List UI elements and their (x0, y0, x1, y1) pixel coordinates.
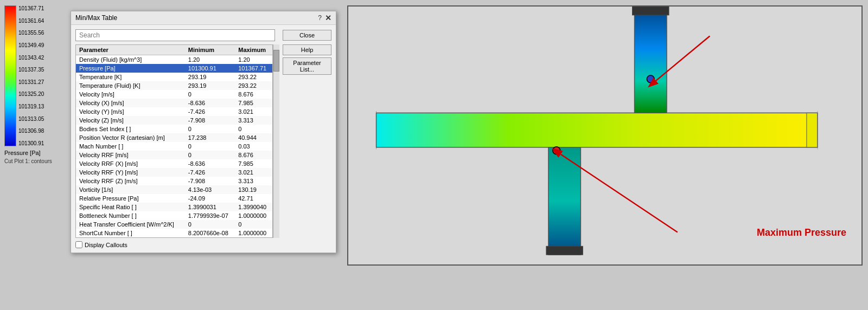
table-row[interactable]: Velocity RRF [m/s]08.676 (76, 151, 272, 159)
cell-param: Heat Transfer Coefficient [W/m^2/K] (76, 220, 185, 229)
dialog-title: Min/Max Table (75, 14, 117, 22)
cell-param: Position Vector R (cartesian) [m] (76, 133, 185, 142)
display-callouts-row: Display Callouts (75, 241, 331, 248)
legend-value: 101361.64 (18, 18, 44, 24)
legend-value: 101306.98 (18, 128, 44, 134)
annotation-maximum: Maximum Pressure (757, 227, 846, 238)
svg-rect-6 (633, 7, 669, 15)
color-legend: 101367.71101361.64101355.56101349.491013… (0, 0, 71, 170)
help-button[interactable]: Help (283, 44, 331, 55)
dialog-body: Close Parameter Minimum Maximum Density … (71, 25, 336, 253)
svg-rect-4 (807, 113, 818, 147)
table-row[interactable]: Velocity RRF (X) [m/s]-8.6367.985 (76, 159, 272, 168)
cell-min: 0 (185, 151, 235, 159)
cell-min: -7.908 (185, 177, 235, 185)
cell-min: -7.908 (185, 116, 235, 125)
cell-min: 8.2007660e-08 (185, 229, 235, 237)
cell-max: 293.22 (235, 73, 272, 81)
cell-max: 130.19 (235, 185, 272, 194)
svg-point-9 (647, 75, 654, 83)
legend-subtitle: Cut Plot 1: contours (4, 158, 66, 164)
cell-max: 3.021 (235, 107, 272, 116)
cell-param: Bottleneck Number [ ] (76, 211, 185, 220)
table-row[interactable]: Bottleneck Number [ ]1.7799939e-071.0000… (76, 211, 272, 220)
cell-max: 40.944 (235, 133, 272, 142)
cell-param: Pressure [Pa] (76, 64, 185, 73)
cell-param: Specific Heat Ratio [ ] (76, 203, 185, 211)
svg-rect-7 (548, 147, 581, 255)
cell-min: -8.636 (185, 159, 235, 168)
table-row[interactable]: Position Vector R (cartesian) [m]17.2384… (76, 133, 272, 142)
cell-max: 7.985 (235, 99, 272, 107)
cell-param: Mach Number [ ] (76, 142, 185, 151)
cell-param: Temperature [K] (76, 73, 185, 81)
cell-param: Velocity [m/s] (76, 90, 185, 99)
table-row[interactable]: Bodies Set Index [ ]00 (76, 125, 272, 133)
help-symbol[interactable]: ? (318, 14, 322, 22)
cell-min: -7.426 (185, 168, 235, 177)
cell-param: Velocity (Y) [m/s] (76, 107, 185, 116)
table-row[interactable]: Velocity [m/s]08.676 (76, 90, 272, 99)
cell-max: 7.985 (235, 159, 272, 168)
cell-min: 293.19 (185, 73, 235, 81)
cell-max: 3.021 (235, 168, 272, 177)
table-row[interactable]: Temperature [K]293.19293.22 (76, 73, 272, 81)
table-row[interactable]: Velocity (Y) [m/s]-7.4263.021 (76, 107, 272, 116)
viz-container (347, 5, 863, 266)
legend-value: 101300.91 (18, 140, 44, 146)
minmax-dialog: Min/Max Table ? ✕ Close Parameter Minimu… (71, 11, 336, 253)
table-row[interactable]: Heat Transfer Coefficient [W/m^2/K]00 (76, 220, 272, 229)
cell-min: 4.13e-03 (185, 185, 235, 194)
display-callouts-label: Display Callouts (85, 242, 127, 248)
legend-value: 101325.20 (18, 91, 44, 97)
legend-value: 101343.42 (18, 55, 44, 61)
legend-value: 101349.49 (18, 42, 44, 48)
cell-max: 0 (235, 220, 272, 229)
cell-min: 101300.91 (185, 64, 235, 73)
scrollbar[interactable] (273, 44, 279, 238)
action-buttons: Close (283, 30, 331, 41)
cell-min: 0 (185, 220, 235, 229)
table-row[interactable]: Mach Number [ ]00.03 (76, 142, 272, 151)
cell-max: 42.71 (235, 194, 272, 203)
cell-min: -7.426 (185, 107, 235, 116)
cell-max: 3.313 (235, 177, 272, 185)
table-row[interactable]: Relative Pressure [Pa]-24.0942.71 (76, 194, 272, 203)
cell-max: 0 (235, 125, 272, 133)
legend-title: Pressure [Pa] (4, 150, 66, 156)
svg-rect-5 (635, 7, 667, 113)
cell-max: 1.3990040 (235, 203, 272, 211)
table-row[interactable]: ShortCut Number [ ]8.2007660e-081.000000… (76, 229, 272, 237)
close-icon[interactable]: ✕ (325, 14, 331, 22)
table-row[interactable]: Velocity RRF (Y) [m/s]-7.4263.021 (76, 168, 272, 177)
close-button[interactable]: Close (283, 30, 331, 41)
cell-param: Velocity RRF (Z) [m/s] (76, 177, 185, 185)
table-row[interactable]: Velocity RRF (Z) [m/s]-7.9083.313 (76, 177, 272, 185)
scrollbar-thumb[interactable] (273, 50, 279, 72)
dialog-titlebar: Min/Max Table ? ✕ (71, 11, 336, 25)
cell-min: 17.238 (185, 133, 235, 142)
table-row[interactable]: Density (Fluid) [kg/m^3]1.201.20 (76, 55, 272, 64)
legend-value: 101313.05 (18, 116, 44, 122)
visualization-area: Minimum Pressure (347, 5, 863, 266)
col-parameter: Parameter (76, 45, 185, 55)
cell-param: Density (Fluid) [kg/m^3] (76, 55, 185, 64)
parameter-list-button[interactable]: Parameter List... (283, 57, 331, 75)
table-row[interactable]: Temperature (Fluid) [K]293.19293.22 (76, 81, 272, 90)
cell-max: 293.22 (235, 81, 272, 90)
search-row: Close (75, 29, 331, 41)
table-row[interactable]: Pressure [Pa]101300.91101367.71 (76, 64, 272, 73)
cell-param: Vorticity [1/s] (76, 185, 185, 194)
svg-rect-3 (376, 113, 818, 147)
cell-max: 1.20 (235, 55, 272, 64)
table-row[interactable]: Specific Heat Ratio [ ]1.39900311.399004… (76, 203, 272, 211)
svg-point-10 (553, 147, 560, 154)
cell-min: 1.20 (185, 55, 235, 64)
cell-param: Velocity RRF [m/s] (76, 151, 185, 159)
table-row[interactable]: Vorticity [1/s]4.13e-03130.19 (76, 185, 272, 194)
table-row[interactable]: Velocity (X) [m/s]-8.6367.985 (76, 99, 272, 107)
svg-rect-1 (376, 111, 818, 148)
table-row[interactable]: Velocity (Z) [m/s]-7.9083.313 (76, 116, 272, 125)
display-callouts-checkbox[interactable] (75, 241, 82, 248)
search-input[interactable] (75, 29, 275, 41)
